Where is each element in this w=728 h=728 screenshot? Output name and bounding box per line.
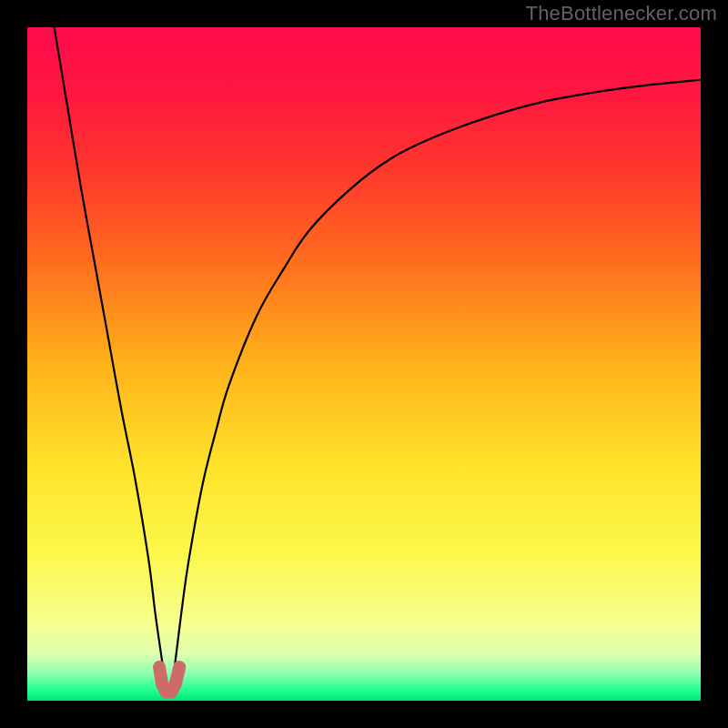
watermark-text: TheBottlenecker.com	[526, 2, 717, 25]
bottleneck-chart	[0, 0, 728, 728]
chart-frame: TheBottlenecker.com	[0, 0, 728, 728]
plot-background	[27, 27, 701, 701]
